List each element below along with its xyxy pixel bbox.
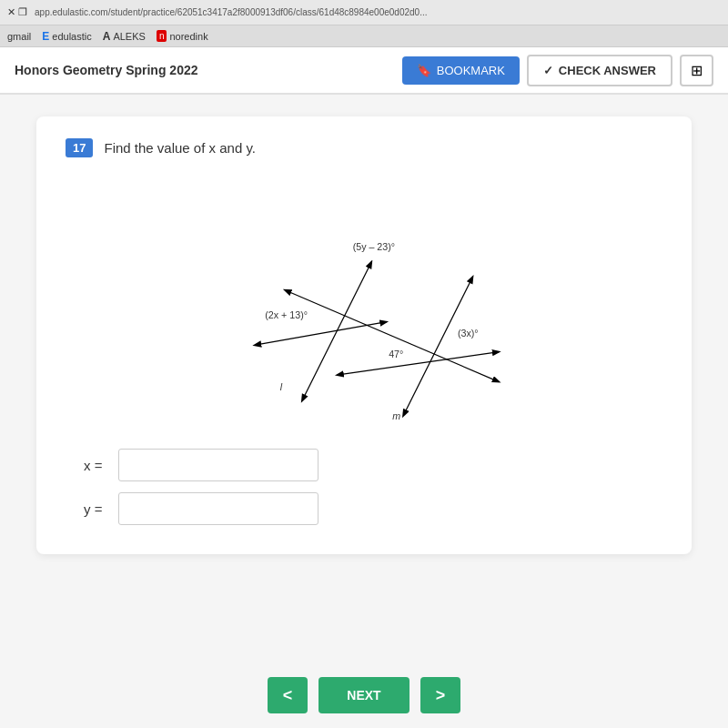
check-answer-label: CHECK ANSWER bbox=[559, 64, 656, 77]
app-header: Honors Geometry Spring 2022 🔖 BOOKMARK ✓… bbox=[0, 47, 728, 95]
x-input[interactable] bbox=[118, 449, 318, 481]
url-bar: app.edulastic.com/student/practice/62051… bbox=[35, 7, 721, 17]
svg-text:m: m bbox=[392, 410, 400, 421]
x-label: x = bbox=[84, 458, 111, 473]
bottom-nav: < NEXT > bbox=[253, 662, 475, 728]
diagram-area: (5y – 23)° (2x + 13)° (3x)° 47° l m bbox=[66, 172, 662, 427]
browser-controls: ✕ ❐ bbox=[7, 6, 27, 18]
x-input-row: x = bbox=[84, 449, 662, 481]
question-text: Find the value of x and y. bbox=[104, 138, 256, 156]
noredink-icon: n bbox=[157, 30, 167, 42]
question-card: 17 Find the value of x and y. bbox=[36, 116, 692, 554]
svg-text:(2x + 13)°: (2x + 13)° bbox=[265, 309, 308, 320]
check-answer-button[interactable]: ✓ CHECK ANSWER bbox=[527, 55, 672, 86]
y-input[interactable] bbox=[118, 492, 318, 525]
next-button[interactable]: > bbox=[420, 677, 460, 713]
next-icon: > bbox=[436, 686, 446, 704]
tab-gmail[interactable]: gmail bbox=[7, 31, 31, 42]
course-title: Honors Geometry Spring 2022 bbox=[15, 63, 198, 77]
tab-bar: gmail E edulastic A ALEKS n noredink bbox=[0, 25, 728, 47]
prev-button[interactable]: < bbox=[268, 677, 308, 713]
bookmark-button[interactable]: 🔖 BOOKMARK bbox=[402, 56, 520, 85]
edulastic-icon: E bbox=[42, 30, 49, 43]
edulastic-label: edulastic bbox=[52, 31, 91, 42]
gmail-label: gmail bbox=[7, 31, 31, 42]
svg-line-3 bbox=[405, 277, 472, 411]
svg-text:(3x)°: (3x)° bbox=[458, 328, 479, 339]
next-label-button[interactable]: NEXT bbox=[318, 677, 410, 713]
tab-aleks[interactable]: A ALEKS bbox=[103, 30, 146, 43]
input-section: x = y = bbox=[66, 449, 662, 525]
svg-text:l: l bbox=[280, 381, 283, 392]
question-number: 17 bbox=[66, 138, 93, 157]
browser-bar: ✕ ❐ app.edulastic.com/student/practice/6… bbox=[0, 0, 728, 25]
main-content: 17 Find the value of x and y. bbox=[0, 95, 728, 728]
svg-line-1 bbox=[341, 352, 499, 375]
aleks-icon: A bbox=[103, 30, 111, 43]
y-input-row: y = bbox=[84, 492, 662, 525]
check-icon: ✓ bbox=[543, 64, 553, 77]
next-label: NEXT bbox=[347, 688, 380, 703]
tab-edulastic[interactable]: E edulastic bbox=[42, 30, 91, 43]
grid-button[interactable]: ⊞ bbox=[680, 55, 713, 86]
question-header: 17 Find the value of x and y. bbox=[66, 138, 662, 157]
grid-icon: ⊞ bbox=[691, 63, 703, 78]
svg-text:47°: 47° bbox=[389, 349, 403, 359]
header-actions: 🔖 BOOKMARK ✓ CHECK ANSWER ⊞ bbox=[402, 55, 713, 86]
y-label: y = bbox=[84, 501, 111, 517]
geometry-diagram: (5y – 23)° (2x + 13)° (3x)° 47° l m bbox=[182, 172, 546, 427]
prev-icon: < bbox=[283, 686, 293, 704]
bookmark-icon: 🔖 bbox=[417, 64, 431, 77]
bookmark-label: BOOKMARK bbox=[437, 64, 505, 77]
noredink-label: noredink bbox=[169, 31, 207, 42]
aleks-label: ALEKS bbox=[113, 31, 145, 42]
tab-noredink[interactable]: n noredink bbox=[157, 30, 208, 42]
svg-text:(5y – 23)°: (5y – 23)° bbox=[353, 241, 395, 252]
svg-line-2 bbox=[304, 262, 371, 397]
